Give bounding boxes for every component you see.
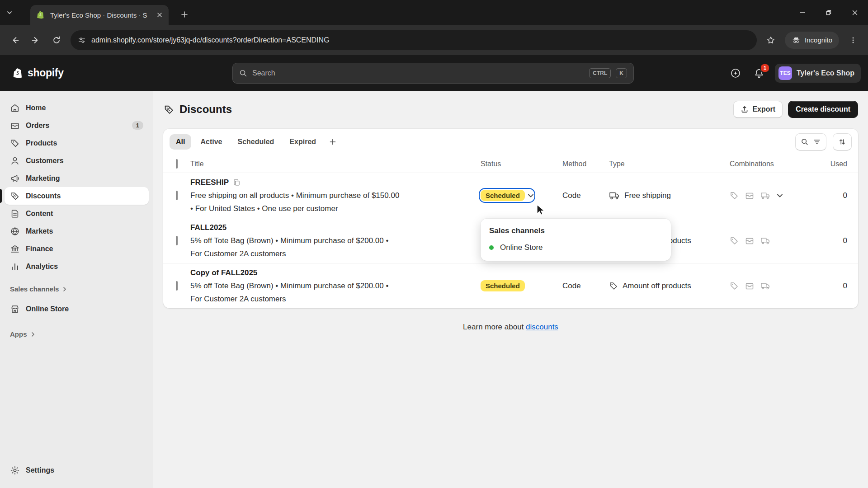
sales-channels-section[interactable]: Sales channels [10,285,143,293]
search-icon [801,138,809,146]
bookmark-star-icon[interactable] [761,31,780,50]
sidebar-item-label: Online Store [26,305,69,313]
notification-count-badge: 1 [760,63,770,73]
online-status-dot [489,245,494,250]
browser-tab[interactable]: Tyler's Eco Shop · Discounts · S [30,5,169,25]
notifications-bell-icon[interactable]: 1 [751,66,767,81]
export-button[interactable]: Export [733,101,783,118]
type-label: Free shipping [624,191,671,200]
type-cell: Free shipping [609,191,730,200]
apps-section[interactable]: Apps [10,330,143,338]
order-discount-icon [745,236,754,245]
tag-icon [609,282,618,291]
method-cell: Code [562,191,609,200]
copy-icon[interactable] [233,178,241,186]
chevron-down-icon[interactable] [6,9,13,16]
sidebar-item-label: Markets [26,227,53,235]
store-menu[interactable]: TES Tyler's Eco Shop [775,64,861,83]
sidebar-item-settings[interactable]: Settings [5,461,149,479]
new-tab-icon[interactable] [177,7,192,22]
sidebar-item-marketing[interactable]: Marketing [5,169,149,187]
used-cell: 0 [821,282,858,291]
select-all-checkbox[interactable] [176,159,178,169]
minimize-icon[interactable] [789,0,816,25]
sort-button[interactable] [833,133,852,150]
main-content: Discounts Export Create discount All Act… [153,91,868,488]
maximize-icon[interactable] [816,0,842,25]
product-discount-icon [730,282,739,291]
search-filter-button[interactable] [795,133,826,150]
site-info-icon[interactable] [78,36,86,44]
add-view-icon[interactable] [325,134,340,150]
chevron-down-icon [528,194,533,197]
apps-label: Apps [10,330,27,338]
popover-title: Sales channels [489,226,662,235]
table-row[interactable]: Copy of FALL2025 5% off Tote Bag (Brown)… [163,263,858,308]
column-combinations: Combinations [730,160,821,168]
search-placeholder: Search [252,69,584,77]
sidebar-item-home[interactable]: Home [5,99,149,117]
browser-menu-icon[interactable] [844,31,863,50]
page-header: Discounts Export Create discount [153,91,868,118]
sidebar-item-products[interactable]: Products [5,134,149,152]
sidebar-item-content[interactable]: Content [5,205,149,222]
discounts-link[interactable]: discounts [526,323,558,331]
tab-expired[interactable]: Expired [283,134,322,150]
order-discount-icon [745,282,754,291]
discount-description-line2: For Customer 2A customers [190,247,481,260]
sidebar-item-discounts[interactable]: Discounts [5,187,149,205]
type-cell: Amount off products [609,282,730,291]
sidebar: Home Orders 1 Products Customers Marketi… [0,91,153,488]
global-search-input[interactable]: Search CTRL K [232,63,634,84]
status-dropdown[interactable]: Scheduled [481,190,533,201]
tab-all[interactable]: All [170,134,191,150]
discount-title: FALL2025 [190,221,226,234]
tab-close-icon[interactable] [154,9,165,20]
tab-scheduled[interactable]: Scheduled [231,134,280,150]
sidebar-item-finance[interactable]: Finance [5,240,149,258]
store-name: Tyler's Eco Shop [797,69,854,77]
status-badge[interactable]: Scheduled [481,280,525,291]
tab-active[interactable]: Active [194,134,228,150]
chevron-right-icon [62,286,67,292]
sidebar-item-analytics[interactable]: Analytics [5,258,149,275]
sidebar-item-orders[interactable]: Orders 1 [5,117,149,134]
back-icon[interactable] [5,31,24,50]
table-row[interactable]: FREESHIP Free shipping on all products •… [163,173,858,218]
reload-icon[interactable] [47,31,66,50]
create-discount-button[interactable]: Create discount [788,101,858,118]
forward-icon[interactable] [26,31,45,50]
url-bar[interactable]: admin.shopify.com/store/jy63jq-dc/discou… [71,30,757,50]
chevron-down-icon[interactable] [777,194,783,197]
learn-more: Learn more about discounts [153,323,868,332]
method-cell: Code [562,282,609,291]
row-checkbox[interactable] [176,236,178,245]
column-type: Type [609,160,730,168]
sidebar-item-markets[interactable]: Markets [5,222,149,240]
combinations-cell [730,282,821,291]
popover-item-online-store[interactable]: Online Store [489,243,662,252]
row-checkbox[interactable] [176,281,178,291]
product-discount-icon [730,236,739,245]
column-title: Title [190,160,481,168]
k-keycap: K [616,68,627,78]
column-method: Method [562,160,609,168]
ctrl-keycap: CTRL [589,68,611,78]
row-checkbox[interactable] [176,191,178,200]
sidebar-item-label: Marketing [26,174,60,183]
shipping-discount-icon [760,237,770,245]
sidebar-item-customers[interactable]: Customers [5,152,149,169]
shopify-topbar: shopify Search CTRL K 1 TES Tyler's Eco … [0,55,868,91]
sidekick-icon[interactable] [728,66,743,81]
browser-tab-strip: Tyler's Eco Shop · Discounts · S [0,0,868,25]
search-icon [239,69,247,77]
filter-icon [813,138,821,146]
sidebar-item-label: Analytics [26,263,58,271]
sidebar-item-label: Home [26,104,46,112]
type-label: Amount off products [623,282,691,291]
url-text: admin.shopify.com/store/jy63jq-dc/discou… [91,36,330,44]
shopify-logo[interactable]: shopify [13,67,64,79]
sidebar-item-online-store[interactable]: Online Store [5,300,149,318]
close-window-icon[interactable] [842,0,868,25]
page-title-text: Discounts [179,103,232,116]
